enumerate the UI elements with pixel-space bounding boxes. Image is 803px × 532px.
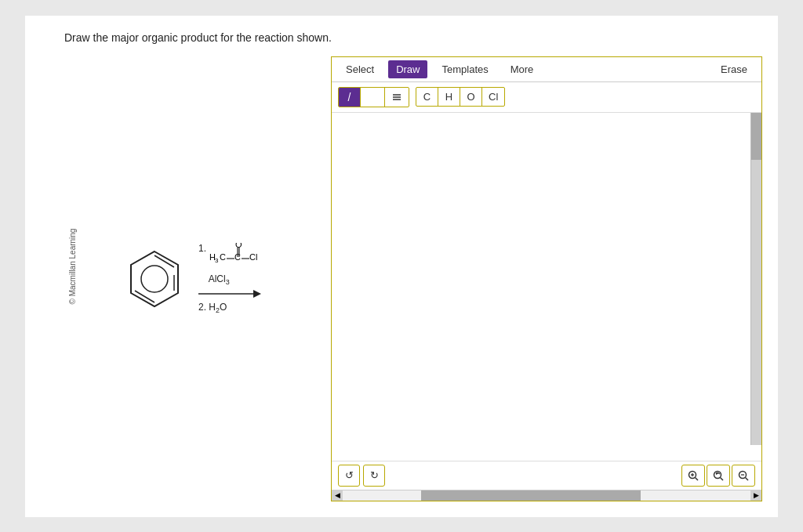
alcl3-label: AlCl3 <box>198 273 230 286</box>
reaction-arrow-svg <box>198 286 261 302</box>
carbon-button[interactable]: C <box>416 88 438 106</box>
scrollbar-bottom[interactable]: ◀ ▶ <box>332 490 761 501</box>
question-text: Draw the major organic product for the r… <box>64 31 762 44</box>
svg-point-4 <box>141 266 168 292</box>
templates-button[interactable]: Templates <box>434 60 496 78</box>
svg-text:O: O <box>235 243 242 249</box>
triple-bond-button[interactable] <box>385 88 409 107</box>
toolbar: Select Draw Templates More Erase <box>332 57 761 82</box>
svg-text:3: 3 <box>215 257 219 264</box>
svg-marker-16 <box>253 290 261 298</box>
double-bond-button[interactable] <box>361 88 385 107</box>
scroll-left-button[interactable]: ◀ <box>332 490 343 501</box>
bottom-bar: ↺ ↻ <box>332 461 761 490</box>
scrollbar-thumb-v[interactable] <box>751 113 761 160</box>
watermark: © Macmillan Learning <box>68 228 77 304</box>
svg-point-26 <box>714 471 721 478</box>
step1-catalyst: AlCl3 <box>198 273 272 286</box>
zoom-out-button[interactable] <box>732 465 755 487</box>
step1-number: 1. <box>198 243 206 254</box>
page-container: © Macmillan Learning Draw the major orga… <box>25 16 778 517</box>
zoom-controls <box>681 465 755 487</box>
draw-canvas[interactable] <box>332 113 761 461</box>
reaction-diagram: 1. H 3 C C <box>123 243 272 315</box>
svg-marker-0 <box>131 252 178 306</box>
scrollbar-right[interactable] <box>750 113 761 445</box>
conditions-column: 1. H 3 C C <box>198 243 272 315</box>
svg-text:C: C <box>220 252 226 262</box>
undo-button[interactable]: ↺ <box>338 465 360 487</box>
step1-condition: 1. H 3 C C <box>198 243 272 273</box>
benzene-ring-svg <box>123 248 186 310</box>
step2-label: 2. H2O <box>198 302 227 314</box>
erase-button[interactable]: Erase <box>713 60 755 78</box>
hydrogen-button[interactable]: H <box>438 88 460 106</box>
zoom-reset-button[interactable] <box>707 465 730 487</box>
draw-button[interactable]: Draw <box>388 60 427 78</box>
more-button[interactable]: More <box>503 60 542 78</box>
redo-button[interactable]: ↻ <box>363 465 385 487</box>
zoom-in-button[interactable] <box>681 465 705 487</box>
svg-line-23 <box>696 477 699 480</box>
single-bond-button[interactable]: / <box>339 88 361 107</box>
atom-group: C H O Cl <box>416 87 505 107</box>
svg-line-27 <box>721 477 724 480</box>
svg-line-30 <box>746 477 749 480</box>
reaction-area: 1. H 3 C C <box>64 56 331 501</box>
select-button[interactable]: Select <box>338 60 382 78</box>
draw-panel: Select Draw Templates More Erase / <box>331 56 762 501</box>
acyl-chloride-svg: H 3 C C O <box>209 243 272 271</box>
draw-tools: / <box>332 82 761 113</box>
scroll-track-h[interactable] <box>343 490 750 501</box>
bond-group: / <box>338 87 409 107</box>
step2-condition: 2. H2O <box>198 302 272 314</box>
scroll-right-button[interactable]: ▶ <box>750 490 761 501</box>
arrow-row <box>198 286 272 302</box>
main-content: 1. H 3 C C <box>64 56 762 501</box>
svg-text:Cl: Cl <box>249 252 257 262</box>
step1-reagent: H 3 C C O <box>209 243 272 273</box>
chlorine-button[interactable]: Cl <box>482 88 504 106</box>
scroll-thumb-h[interactable] <box>421 490 641 501</box>
oxygen-button[interactable]: O <box>460 88 482 106</box>
